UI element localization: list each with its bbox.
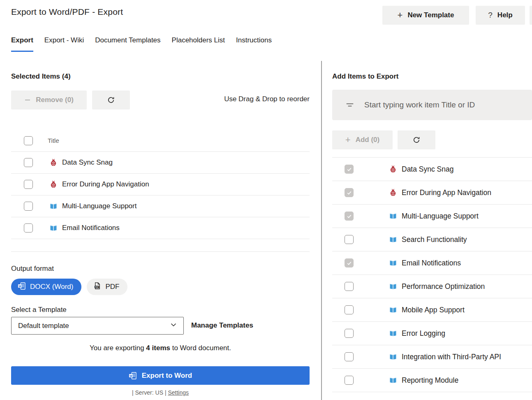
tab-label: Export	[11, 36, 33, 44]
output-format-label: Output format	[11, 265, 54, 273]
work-item-row[interactable]: Email Notifications	[11, 217, 310, 239]
search-input[interactable]	[364, 100, 524, 109]
tab-bar: Export Export - Wiki Document Templates …	[11, 36, 272, 52]
tab-placeholders-list[interactable]: Placeholders List	[172, 36, 225, 52]
work-item-row[interactable]: Data Sync Snag	[332, 158, 532, 181]
work-item-title: Integration with Third-Party API	[402, 353, 501, 361]
format-label: DOCX (Word)	[30, 283, 73, 291]
new-template-button[interactable]: + New Template	[382, 6, 469, 25]
output-format-group: W DOCX (Word) PDF PDF	[11, 279, 127, 295]
selected-items-heading: Selected Items (4)	[11, 72, 71, 81]
row-checkbox	[345, 165, 354, 174]
word-file-icon: W	[18, 282, 26, 292]
row-checkbox[interactable]	[345, 376, 354, 385]
page-title: Export to Word/PDF - Export	[11, 7, 123, 17]
help-button[interactable]: ? Help	[476, 6, 525, 25]
row-checkbox[interactable]	[24, 223, 33, 233]
row-checkbox[interactable]	[24, 180, 33, 189]
work-item-title: Reporting Module	[402, 376, 458, 385]
add-label: Add (0)	[356, 136, 380, 144]
new-template-label: New Template	[407, 11, 454, 19]
bug-icon	[49, 180, 58, 188]
row-checkbox[interactable]	[345, 305, 354, 314]
work-item-row[interactable]: Multi-Language Support	[332, 205, 532, 228]
manage-templates-link[interactable]: Manage Templates	[191, 321, 253, 330]
select-template-label: Select a Template	[11, 306, 67, 314]
server-footer: | Server: US | Settings	[11, 389, 310, 396]
backlog-item-icon	[389, 376, 397, 384]
work-item-search-box	[332, 90, 532, 120]
settings-link[interactable]: Settings	[168, 389, 189, 396]
tab-export[interactable]: Export	[11, 36, 33, 52]
svg-text:PDF: PDF	[95, 286, 99, 288]
question-mark-icon: ?	[488, 11, 493, 20]
check-icon	[346, 166, 352, 172]
row-checkbox[interactable]	[24, 202, 33, 211]
available-items-list: Data Sync Snag Error During App Navigati…	[332, 157, 532, 392]
tab-document-templates[interactable]: Document Templates	[95, 36, 160, 52]
cutoff-button[interactable]	[530, 6, 532, 25]
backlog-item-icon	[389, 235, 397, 244]
row-checkbox	[345, 258, 354, 267]
backlog-item-icon	[389, 212, 397, 220]
backlog-item-icon	[389, 282, 397, 291]
work-item-row[interactable]: Mobile App Support	[332, 298, 532, 322]
selected-items-list-footer	[11, 239, 310, 252]
export-summary-prefix: You are exporting	[90, 344, 146, 352]
backlog-item-icon	[49, 224, 58, 232]
template-dropdown[interactable]: Default template	[11, 317, 184, 335]
word-document-icon: W	[129, 372, 137, 380]
row-checkbox[interactable]	[24, 158, 33, 167]
refresh-available-button[interactable]	[398, 130, 435, 149]
add-button[interactable]: + Add (0)	[332, 130, 393, 149]
work-item-title: Error During App Navigation	[402, 188, 491, 197]
export-button-label: Export to Word	[142, 372, 192, 380]
svg-text:W: W	[130, 374, 132, 377]
backlog-item-icon	[389, 259, 397, 267]
backlog-item-icon	[49, 202, 58, 210]
export-summary-count: 4 items	[146, 344, 170, 352]
work-item-title: Error Logging	[402, 329, 445, 338]
tab-label: Export - Wiki	[44, 36, 84, 44]
work-item-row[interactable]: Multi-Language Support	[11, 195, 310, 217]
work-item-row[interactable]: Email Notifications	[332, 251, 532, 275]
work-item-row[interactable]: Data Sync Snag	[11, 152, 310, 174]
work-item-row[interactable]: Error During App Navigation	[332, 181, 532, 205]
work-item-row[interactable]: Performance Optimization	[332, 275, 532, 298]
format-pill-pdf[interactable]: PDF PDF	[87, 279, 127, 295]
check-icon	[346, 260, 352, 266]
work-item-title: Email Notifications	[402, 259, 461, 267]
filter-icon	[345, 100, 354, 109]
row-checkbox[interactable]	[345, 352, 354, 361]
tab-instructions[interactable]: Instructions	[236, 36, 272, 52]
format-pill-word[interactable]: W DOCX (Word)	[11, 279, 81, 295]
row-checkbox[interactable]	[345, 282, 354, 291]
tab-label: Instructions	[236, 36, 272, 44]
export-to-word-button[interactable]: W Export to Word	[11, 366, 310, 385]
help-label: Help	[497, 11, 513, 19]
add-items-heading: Add Items to Export	[332, 72, 399, 81]
work-item-title: Email Notifications	[62, 224, 120, 232]
check-icon	[346, 213, 352, 219]
bug-icon	[49, 158, 58, 167]
backlog-item-icon	[389, 353, 397, 361]
template-dropdown-value: Default template	[18, 322, 69, 330]
work-item-title: Data Sync Snag	[62, 158, 113, 167]
title-column-header: Title	[48, 137, 59, 144]
row-checkbox[interactable]	[345, 235, 354, 244]
work-item-row[interactable]: Error Logging	[332, 322, 532, 345]
drag-drop-hint: Use Drag & Drop to reorder	[11, 95, 310, 103]
select-all-checkbox[interactable]	[24, 136, 33, 145]
plus-icon: +	[345, 135, 351, 144]
tab-label: Document Templates	[95, 36, 160, 44]
backlog-item-icon	[389, 306, 397, 314]
tab-export-wiki[interactable]: Export - Wiki	[44, 36, 84, 52]
work-item-row[interactable]: Search Functionality	[332, 228, 532, 251]
work-item-title: Mobile App Support	[402, 306, 465, 314]
pdf-file-icon: PDF	[93, 282, 101, 292]
svg-text:W: W	[19, 284, 21, 287]
work-item-row[interactable]: Reporting Module	[332, 369, 532, 392]
work-item-row[interactable]: Integration with Third-Party API	[332, 345, 532, 369]
work-item-row[interactable]: Error During App Navigation	[11, 174, 310, 195]
row-checkbox[interactable]	[345, 329, 354, 338]
